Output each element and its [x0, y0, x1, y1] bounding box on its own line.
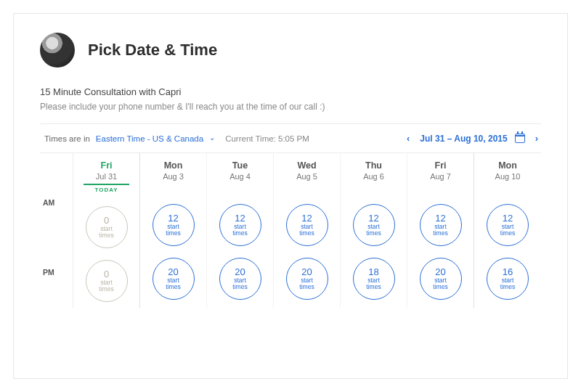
am-slot[interactable]: 12starttimes — [420, 204, 462, 246]
day-date: Aug 6 — [341, 172, 407, 181]
am-slot: 0starttimes — [86, 206, 128, 248]
day-of-week: Mon — [474, 160, 541, 171]
slot-sub2: times — [500, 230, 515, 237]
am-slot[interactable]: 12starttimes — [153, 204, 195, 246]
pm-slot[interactable]: 20starttimes — [219, 258, 261, 300]
day-date: Aug 4 — [207, 172, 273, 181]
day-header: FriAug 7 — [407, 153, 474, 197]
calendar-icon[interactable] — [515, 134, 525, 143]
day-column: FriAug 712starttimes20starttimes — [407, 153, 474, 308]
pm-slot[interactable]: 18starttimes — [353, 258, 395, 300]
pm-slot[interactable]: 20starttimes — [153, 258, 195, 300]
slot-count: 20 — [435, 267, 445, 277]
day-of-week: Tue — [207, 160, 273, 171]
toolbar: Times are in Eastern Time - US & Canada … — [40, 124, 541, 152]
slot-count: 0 — [104, 269, 109, 279]
day-column: MonAug 1012starttimes16starttimes — [474, 153, 541, 308]
availability-grid: AM PM FriJul 31TODAY0starttimes0starttim… — [40, 152, 541, 308]
day-column: TueAug 412starttimes20starttimes — [207, 153, 274, 308]
pm-slot[interactable]: 20starttimes — [286, 258, 328, 300]
am-label: AM — [43, 198, 54, 207]
slot-sub2: times — [299, 284, 314, 290]
header: Pick Date & Time — [40, 33, 541, 68]
slot-count: 12 — [503, 213, 513, 224]
slot-count: 12 — [301, 213, 312, 224]
day-column: WedAug 512starttimes20starttimes — [274, 153, 341, 308]
day-of-week: Wed — [274, 160, 340, 171]
am-slot[interactable]: 12starttimes — [286, 204, 328, 246]
day-column: ThuAug 612starttimes18starttimes — [341, 153, 407, 308]
current-time: Current Time: 5:05 PM — [225, 134, 309, 143]
timezone-link[interactable]: Eastern Time - US & Canada — [96, 134, 203, 143]
slot-count: 12 — [168, 213, 178, 224]
slot-count: 18 — [368, 267, 378, 277]
pm-slot[interactable]: 16starttimes — [487, 258, 529, 300]
timezone-group: Times are in Eastern Time - US & Canada … — [44, 134, 309, 143]
meeting-description: Please include your phone number & I'll … — [40, 102, 541, 112]
slot-sub2: times — [166, 230, 180, 237]
day-date: Jul 31 — [73, 172, 139, 181]
page-title: Pick Date & Time — [88, 41, 217, 60]
am-slot[interactable]: 12starttimes — [219, 204, 261, 246]
slot-sub2: times — [366, 284, 381, 290]
day-header: MonAug 10 — [474, 153, 541, 197]
day-header: ThuAug 6 — [341, 153, 407, 197]
day-date: Aug 7 — [407, 172, 474, 181]
pm-slot: 0starttimes — [86, 260, 128, 302]
slot-count: 12 — [235, 213, 245, 224]
slot-sub2: times — [366, 230, 381, 237]
pm-slot[interactable]: 20starttimes — [420, 258, 462, 300]
pm-label: PM — [43, 268, 54, 277]
day-header: WedAug 5 — [274, 153, 340, 197]
host-avatar — [40, 33, 75, 68]
slot-sub2: times — [299, 230, 314, 237]
today-indicator — [84, 184, 130, 185]
day-of-week: Thu — [341, 160, 407, 171]
day-column: FriJul 31TODAY0starttimes0starttimes — [73, 153, 140, 308]
day-date: Aug 5 — [274, 172, 340, 181]
slot-sub2: times — [99, 286, 113, 293]
today-label: TODAY — [73, 187, 139, 193]
slot-count: 0 — [104, 216, 109, 226]
meeting-subtitle: 15 Minute Consultation with Capri — [40, 86, 541, 97]
date-range-nav: ‹ Jul 31 – Aug 10, 2015 › — [404, 131, 541, 145]
day-date: Aug 3 — [140, 172, 206, 181]
slot-sub2: times — [166, 284, 180, 290]
day-column: MonAug 312starttimes20starttimes — [140, 153, 207, 308]
slot-sub2: times — [232, 284, 247, 290]
slot-count: 20 — [235, 267, 245, 277]
day-header: TueAug 4 — [207, 153, 273, 197]
slot-count: 20 — [301, 267, 312, 277]
day-header: MonAug 3 — [140, 153, 206, 197]
date-range-text: Jul 31 – Aug 10, 2015 — [420, 134, 507, 144]
day-of-week: Fri — [73, 160, 139, 171]
period-gutter: AM PM — [40, 153, 73, 308]
day-date: Aug 10 — [474, 172, 541, 181]
slot-count: 16 — [503, 267, 513, 277]
slot-sub2: times — [232, 230, 247, 237]
slot-count: 12 — [435, 213, 445, 224]
slot-count: 20 — [168, 267, 178, 277]
day-header: FriJul 31TODAY — [73, 153, 139, 199]
chevron-down-icon[interactable]: ⌄ — [209, 134, 215, 142]
scheduler-card: Pick Date & Time 15 Minute Consultation … — [13, 13, 568, 379]
timezone-prefix: Times are in — [44, 134, 90, 143]
slot-sub2: times — [433, 284, 447, 290]
am-slot[interactable]: 12starttimes — [487, 204, 529, 246]
am-slot[interactable]: 12starttimes — [353, 204, 395, 246]
prev-range-button[interactable]: ‹ — [404, 131, 413, 145]
slot-sub2: times — [99, 232, 113, 239]
day-of-week: Fri — [407, 160, 474, 171]
slot-sub2: times — [433, 230, 447, 237]
slot-sub2: times — [500, 284, 515, 290]
day-of-week: Mon — [140, 160, 206, 171]
slot-count: 12 — [368, 213, 378, 224]
next-range-button[interactable]: › — [532, 131, 541, 145]
